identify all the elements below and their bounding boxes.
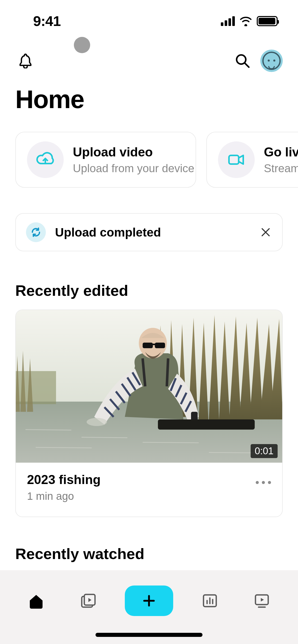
toast-close-button[interactable] [259, 226, 272, 239]
page-title: Home [0, 72, 298, 132]
svg-rect-21 [153, 344, 155, 345]
tab-create[interactable] [125, 586, 173, 616]
recently-watched-heading: Recently watched [0, 517, 298, 572]
tab-library[interactable] [73, 586, 103, 616]
video-duration-badge: 0:01 [251, 444, 278, 458]
svg-rect-24 [158, 419, 255, 430]
watch-icon [253, 592, 271, 610]
analytics-icon [201, 592, 219, 610]
thumbnail-image [16, 310, 282, 463]
plus-icon [142, 594, 156, 608]
wifi-icon [239, 16, 252, 26]
svg-line-27 [36, 447, 92, 448]
battery-icon [257, 16, 278, 26]
video-camera-icon [218, 141, 255, 178]
tab-home[interactable] [21, 586, 51, 616]
cast-indicator-dot [74, 37, 90, 53]
avatar-face-icon [262, 52, 281, 70]
home-icon [27, 592, 45, 610]
svg-rect-19 [143, 343, 153, 348]
app-header [0, 34, 298, 72]
recently-edited-heading: Recently edited [0, 251, 298, 310]
profile-avatar[interactable] [260, 50, 283, 72]
tab-analytics[interactable] [195, 586, 225, 616]
status-indicators [221, 16, 278, 26]
bell-icon [19, 53, 32, 68]
cellular-signal-icon [221, 16, 235, 26]
library-icon [79, 592, 97, 610]
toast-message: Upload completed [55, 225, 250, 239]
svg-line-28 [143, 442, 199, 443]
video-card[interactable]: 0:01 2023 fishing 1 min ago [15, 310, 283, 517]
search-icon [235, 53, 250, 68]
svg-line-25 [25, 430, 71, 430]
home-indicator[interactable] [96, 633, 202, 637]
tab-watch[interactable] [247, 586, 277, 616]
notifications-button[interactable] [15, 51, 36, 71]
upload-video-title: Upload video [73, 145, 194, 159]
video-timestamp: 1 min ago [27, 490, 256, 502]
status-bar: 9:41 [0, 0, 298, 34]
search-button[interactable] [232, 51, 253, 71]
svg-line-26 [82, 437, 127, 438]
quick-actions-row[interactable]: Upload video Upload from your device Go … [0, 132, 298, 188]
go-live-subtitle: Stream a [264, 162, 298, 175]
upload-video-subtitle: Upload from your device [73, 162, 194, 175]
svg-point-23 [87, 418, 107, 426]
tab-bar [0, 570, 298, 644]
video-title: 2023 fishing [27, 472, 256, 487]
go-live-title: Go live [264, 145, 298, 159]
more-icon [256, 481, 259, 484]
upload-status-toast: Upload completed [15, 213, 283, 251]
video-more-button[interactable] [256, 481, 271, 484]
svg-line-1 [245, 63, 249, 67]
svg-rect-2 [229, 155, 239, 164]
cloud-upload-icon [27, 141, 64, 178]
status-time: 9:41 [33, 13, 61, 29]
video-thumbnail[interactable]: 0:01 [16, 310, 282, 463]
svg-rect-20 [155, 343, 165, 348]
go-live-card[interactable]: Go live Stream a [206, 132, 298, 188]
sync-icon [26, 222, 46, 242]
close-icon [261, 227, 270, 237]
upload-video-card[interactable]: Upload video Upload from your device [15, 132, 196, 188]
